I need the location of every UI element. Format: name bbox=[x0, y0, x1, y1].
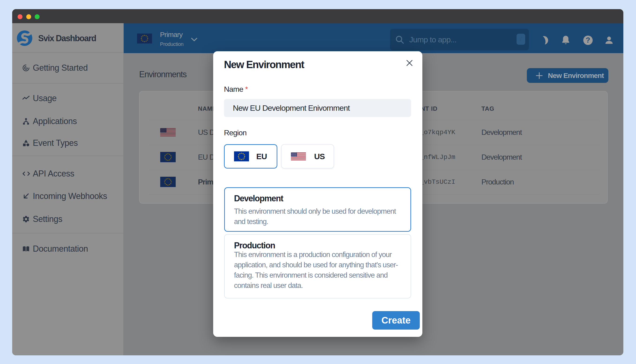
svg-text:?: ? bbox=[586, 36, 590, 44]
